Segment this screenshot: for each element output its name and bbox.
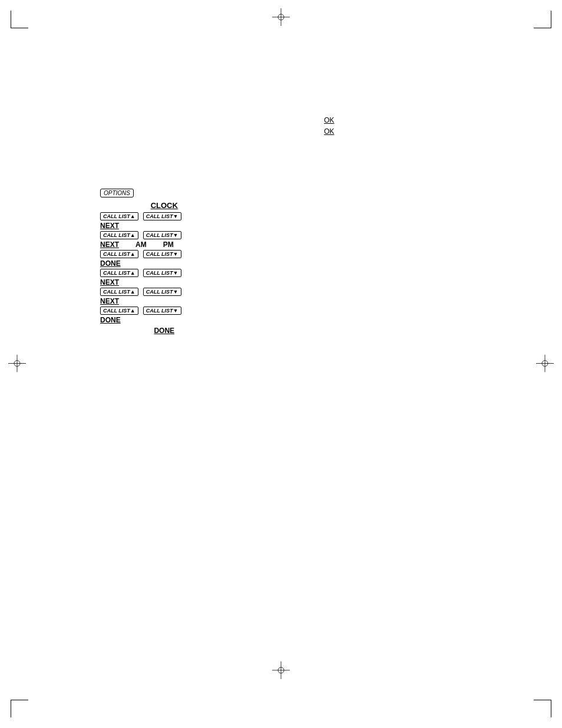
next-link-1[interactable]: NEXT bbox=[100, 222, 119, 230]
row-7: CALL LIST▲ CALL LIST▼ bbox=[100, 269, 181, 277]
ok-button-1[interactable]: OK bbox=[324, 115, 334, 126]
corner-mark-tl bbox=[11, 11, 28, 28]
next-link-3[interactable]: NEXT bbox=[100, 278, 119, 286]
done-final[interactable]: DONE bbox=[154, 327, 174, 335]
call-list-up-1[interactable]: CALL LIST▲ bbox=[100, 212, 138, 220]
call-list-down-2[interactable]: CALL LIST▼ bbox=[143, 231, 181, 239]
next-link-2[interactable]: NEXT bbox=[100, 241, 119, 249]
done-center: DONE bbox=[147, 327, 181, 335]
crosshair-right bbox=[536, 354, 554, 374]
corner-mark-bl bbox=[11, 700, 28, 717]
call-list-up-4[interactable]: CALL LIST▲ bbox=[100, 269, 138, 277]
crosshair-top bbox=[272, 8, 290, 26]
call-list-up-6[interactable]: CALL LIST▲ bbox=[100, 307, 138, 315]
row-12: DONE bbox=[100, 316, 181, 324]
corner-mark-tr bbox=[534, 11, 551, 28]
call-list-up-3[interactable]: CALL LIST▲ bbox=[100, 250, 138, 258]
call-list-down-5[interactable]: CALL LIST▼ bbox=[143, 288, 181, 296]
done-link-1[interactable]: DONE bbox=[100, 259, 121, 268]
row-9: CALL LIST▲ CALL LIST▼ bbox=[100, 288, 181, 296]
ok-section: OK OK bbox=[324, 115, 334, 137]
call-list-up-5[interactable]: CALL LIST▲ bbox=[100, 288, 138, 296]
options-button[interactable]: OPTIONS bbox=[100, 189, 134, 197]
pm-text: PM bbox=[163, 241, 174, 249]
done-link-2[interactable]: DONE bbox=[100, 316, 121, 324]
row-10: NEXT bbox=[100, 297, 181, 305]
row-3: CALL LIST▲ CALL LIST▼ bbox=[100, 231, 181, 239]
row-5: CALL LIST▲ CALL LIST▼ bbox=[100, 250, 181, 258]
main-content: OPTIONS CLOCK CALL LIST▲ CALL LIST▼ NEXT… bbox=[100, 189, 181, 335]
clock-heading: CLOCK bbox=[147, 201, 181, 210]
row-6: DONE bbox=[100, 259, 181, 268]
row-4: NEXT AM PM bbox=[100, 241, 181, 249]
call-list-down-6[interactable]: CALL LIST▼ bbox=[143, 307, 181, 315]
row-2: NEXT bbox=[100, 222, 181, 230]
row-8: NEXT bbox=[100, 278, 181, 286]
am-text: AM bbox=[135, 241, 147, 249]
crosshair-bottom bbox=[272, 661, 290, 681]
call-list-down-1[interactable]: CALL LIST▼ bbox=[143, 212, 181, 220]
call-list-up-2[interactable]: CALL LIST▲ bbox=[100, 231, 138, 239]
row-1: CALL LIST▲ CALL LIST▼ bbox=[100, 212, 181, 220]
call-list-down-3[interactable]: CALL LIST▼ bbox=[143, 250, 181, 258]
crosshair-left bbox=[8, 354, 26, 374]
ok-button-2[interactable]: OK bbox=[324, 126, 334, 137]
row-11: CALL LIST▲ CALL LIST▼ bbox=[100, 307, 181, 315]
corner-mark-br bbox=[534, 700, 551, 717]
call-list-down-4[interactable]: CALL LIST▼ bbox=[143, 269, 181, 277]
next-link-4[interactable]: NEXT bbox=[100, 297, 119, 305]
